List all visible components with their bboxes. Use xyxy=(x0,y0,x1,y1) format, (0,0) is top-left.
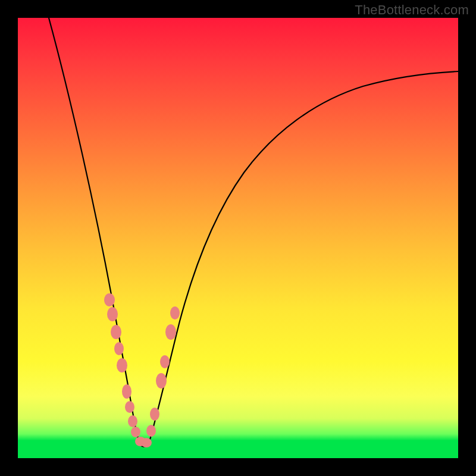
curve-left-branch xyxy=(49,18,140,445)
marker-group xyxy=(104,293,180,447)
marker-dot xyxy=(128,415,137,427)
marker-dot xyxy=(125,401,134,413)
marker-dot xyxy=(146,425,156,437)
watermark-text: TheBottleneck.com xyxy=(355,2,469,18)
marker-dot xyxy=(111,325,121,339)
marker-dot xyxy=(122,384,131,399)
curve-right-branch xyxy=(149,71,458,444)
chart-frame: TheBottleneck.com xyxy=(0,0,476,476)
curve-layer xyxy=(18,18,458,458)
marker-dot xyxy=(131,427,140,437)
marker-dot xyxy=(107,307,118,321)
marker-dot xyxy=(150,408,159,421)
marker-dot xyxy=(141,438,152,447)
marker-dot xyxy=(165,324,176,340)
marker-dot xyxy=(170,306,180,320)
plot-area xyxy=(18,18,458,458)
marker-dot xyxy=(104,293,115,306)
marker-dot xyxy=(117,358,127,372)
marker-dot xyxy=(114,342,124,355)
marker-dot xyxy=(156,373,167,389)
marker-dot xyxy=(160,355,170,368)
